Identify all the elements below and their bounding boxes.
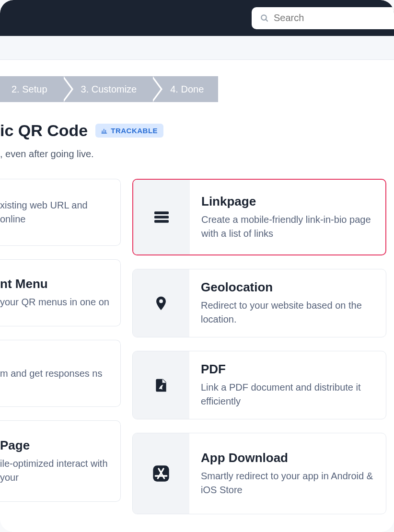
pdf-icon: [153, 378, 169, 393]
chart-icon: [101, 127, 108, 134]
right-column: Linkpage Create a mobile-friendly link-i…: [132, 179, 386, 514]
card-title: App Download: [201, 451, 374, 465]
option-card-url[interactable]: xisting web URL and online: [0, 179, 121, 246]
svg-rect-8: [154, 220, 169, 223]
card-text: App Download Smartly redirect to your ap…: [189, 433, 386, 514]
progress-steps: 2. Setup 3. Customize 4. Done: [0, 76, 394, 102]
card-title: Linkpage: [201, 194, 374, 209]
card-title: PDF: [201, 362, 374, 377]
card-desc: Redirect to your website based on the lo…: [201, 299, 374, 326]
card-icon-pane: [133, 180, 190, 254]
card-desc: ile-optimized interact with your: [0, 457, 110, 485]
card-text: PDF Link a PDF document and distribute i…: [189, 351, 386, 419]
card-desc: m and get responses ns: [0, 367, 110, 381]
pin-icon: [153, 295, 169, 312]
step-customize[interactable]: 3. Customize: [62, 76, 151, 102]
card-title: Page: [0, 438, 110, 453]
step-label: 2. Setup: [12, 84, 47, 95]
svg-line-1: [266, 19, 267, 21]
step-label: 4. Done: [170, 84, 204, 95]
option-card-form[interactable]: m and get responses ns: [0, 340, 121, 407]
card-text: Linkpage Create a mobile-friendly link-i…: [190, 180, 385, 254]
card-desc: Link a PDF document and distribute it ef…: [201, 381, 374, 408]
option-card-linkpage[interactable]: Linkpage Create a mobile-friendly link-i…: [132, 179, 386, 255]
card-desc: Create a mobile-friendly link-in-bio pag…: [201, 213, 374, 241]
card-icon-pane: [133, 351, 189, 419]
option-card-menu[interactable]: nt Menu your QR menus in one on: [0, 259, 121, 326]
trackable-badge: TRACKABLE: [95, 124, 163, 138]
left-column: xisting web URL and online nt Menu your …: [0, 179, 121, 502]
svg-rect-7: [154, 216, 169, 219]
card-title: Geolocation: [201, 280, 374, 295]
search-box[interactable]: [252, 7, 394, 29]
options-grid: xisting web URL and online nt Menu your …: [0, 179, 394, 514]
option-card-page[interactable]: Page ile-optimized interact with your: [0, 420, 121, 502]
step-label: 3. Customize: [81, 84, 137, 95]
card-icon-pane: [133, 433, 189, 514]
title-row: ic QR Code TRACKABLE: [0, 121, 394, 140]
card-desc: xisting web URL and online: [0, 198, 110, 226]
page-title: ic QR Code: [0, 121, 88, 140]
menu-icon: [152, 208, 171, 227]
appstore-icon: [151, 464, 171, 483]
option-card-geolocation[interactable]: Geolocation Redirect to your website bas…: [132, 269, 386, 337]
card-icon-pane: [133, 269, 189, 337]
search-icon: [260, 14, 269, 23]
svg-rect-6: [154, 211, 169, 214]
page-subtitle: , even after going live.: [0, 149, 394, 160]
app-frame: 2. Setup 3. Customize 4. Done ic QR Code…: [0, 0, 394, 532]
top-header: [0, 0, 394, 36]
sub-header-band: [0, 36, 394, 60]
option-card-appdownload[interactable]: App Download Smartly redirect to your ap…: [132, 433, 386, 514]
card-title: nt Menu: [0, 277, 110, 291]
card-desc: your QR menus in one on: [0, 295, 110, 309]
option-card-pdf[interactable]: PDF Link a PDF document and distribute i…: [132, 351, 386, 419]
search-input[interactable]: [274, 12, 394, 23]
card-desc: Smartly redirect to your app in Android …: [201, 469, 374, 497]
badge-label: TRACKABLE: [111, 127, 158, 135]
card-text: Geolocation Redirect to your website bas…: [189, 269, 386, 337]
step-setup[interactable]: 2. Setup: [0, 76, 62, 102]
